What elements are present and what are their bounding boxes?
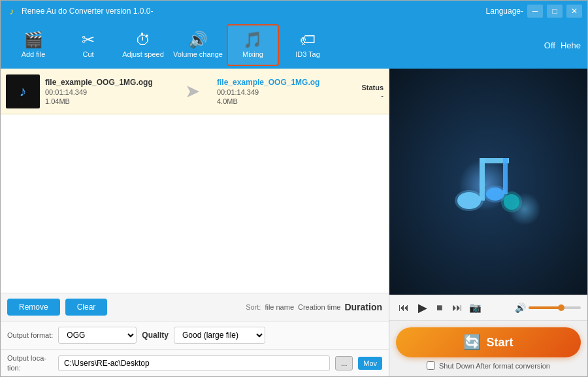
toolbar-adjust-speed[interactable]: ⏱ Adjust speed [117, 24, 169, 66]
move-button[interactable]: Mov [358, 357, 382, 370]
output-location-label: Output loca-tion: [7, 353, 53, 372]
source-file-info: file_example_OOG_1MG.ogg 00:01:14.349 1.… [45, 78, 167, 105]
toolbar-add-file[interactable]: 🎬 Add file [7, 24, 59, 66]
arrow-right-icon: ➤ [185, 80, 200, 102]
bottom-bar: Remove Clear Sort: file name Creation ti… [1, 293, 389, 321]
source-file-duration: 00:01:14.349 [45, 88, 167, 96]
output-file-name: file_example_OOG_1MG.og [217, 78, 339, 87]
user-label: Hehe [561, 41, 581, 50]
sort-duration[interactable]: Duration [344, 302, 382, 312]
music-visualization [449, 145, 528, 219]
toolbar-cut[interactable]: ✂ Cut [62, 24, 114, 66]
left-panel: ♪ file_example_OOG_1MG.ogg 00:01:14.349 … [1, 69, 389, 376]
start-label: Start [486, 336, 513, 350]
volume-thumb [558, 304, 564, 311]
quality-select[interactable]: Good (large file) Normal Low [174, 327, 265, 344]
adjust-speed-label: Adjust speed [122, 50, 164, 58]
skip-back-button[interactable]: ⏮ [396, 301, 412, 315]
cut-icon: ✂ [82, 32, 95, 48]
table-row: ♪ file_example_OOG_1MG.ogg 00:01:14.349 … [1, 69, 389, 114]
player-controls: ⏮ ▶ ■ ⏭ 📷 🔊 [389, 295, 587, 320]
status-label: Status [344, 84, 384, 91]
svg-point-9 [501, 191, 522, 212]
volume-icon: 🔊 [515, 303, 526, 313]
language-label: Language- [486, 7, 523, 16]
preview-area [389, 69, 587, 295]
sort-file-name[interactable]: file name [265, 303, 294, 311]
output-file-duration: 00:01:14.349 [217, 88, 339, 96]
svg-point-5 [455, 190, 483, 211]
skip-forward-button[interactable]: ⏭ [449, 301, 465, 315]
stop-button[interactable]: ■ [434, 301, 446, 315]
mixing-label: Mixing [242, 50, 263, 58]
id3-tag-icon: 🏷 [300, 32, 316, 48]
file-thumbnail: ♪ [6, 74, 40, 108]
format-row: Output format: OGG MP3 WAV FLAC Quality … [1, 321, 389, 349]
restore-button[interactable]: □ [547, 5, 563, 18]
conversion-arrow: ➤ [172, 80, 212, 102]
volume-control: 🔊 [515, 303, 581, 313]
browse-button[interactable]: ... [335, 356, 353, 370]
output-format-label: Output format: [7, 331, 53, 339]
source-file-name: file_example_OOG_1MG.ogg [45, 78, 167, 87]
start-icon: 🔄 [463, 334, 481, 351]
output-file-size: 4.0MB [217, 97, 339, 105]
adjust-speed-icon: ⏱ [135, 32, 151, 48]
add-file-label: Add file [22, 50, 46, 58]
toggle-off-label: Off [544, 41, 555, 50]
volume-change-icon: 🔊 [188, 32, 208, 48]
music-note-icon: ♪ [20, 83, 27, 100]
title-bar: ♪ Renee Au do Converter version 1.0.0- L… [1, 1, 587, 22]
quality-label: Quality [142, 331, 169, 340]
toolbar-mixing[interactable]: 🎵 Mixing [227, 24, 279, 66]
output-file-info: file_example_OOG_1MG.og 00:01:14.349 4.0… [217, 78, 339, 105]
id3-tag-label: ID3 Tag [295, 50, 320, 58]
file-list-area: ♪ file_example_OOG_1MG.ogg 00:01:14.349 … [1, 69, 389, 293]
sort-area: Sort: file name Creation time Duration [246, 302, 382, 312]
source-file-size: 1.04MB [45, 97, 167, 105]
status-value: - [344, 91, 384, 99]
status-column: Status - [344, 84, 384, 99]
volume-change-label: Volume change [173, 50, 223, 58]
main-content: ♪ file_example_OOG_1MG.ogg 00:01:14.349 … [1, 69, 587, 376]
sort-label: Sort: [246, 303, 261, 311]
title-bar-controls: Language- ─ □ ✕ [486, 5, 582, 18]
shutdown-label: Shut Down After format conversion [439, 362, 550, 370]
shutdown-option: Shut Down After format conversion [427, 361, 550, 370]
start-button[interactable]: 🔄 Start [396, 327, 581, 357]
app-title: Renee Au do Converter version 1.0.0- [22, 7, 486, 16]
toolbar-id3-tag[interactable]: 🏷 ID3 Tag [282, 24, 334, 66]
right-panel: ⏮ ▶ ■ ⏭ 📷 🔊 🔄 Start [389, 69, 587, 376]
volume-slider[interactable] [529, 306, 581, 309]
toolbar-right: Off Hehe [544, 41, 581, 50]
toolbar-volume-change[interactable]: 🔊 Volume change [172, 24, 224, 66]
minimize-button[interactable]: ─ [527, 5, 543, 18]
shutdown-checkbox[interactable] [427, 361, 435, 370]
start-area: 🔄 Start Shut Down After format conversio… [389, 320, 587, 376]
add-file-icon: 🎬 [24, 32, 43, 48]
close-button[interactable]: ✕ [566, 5, 582, 18]
play-button[interactable]: ▶ [416, 299, 430, 316]
camera-button[interactable]: 📷 [469, 302, 482, 314]
cut-label: Cut [82, 50, 93, 58]
app-window: ♪ Renee Au do Converter version 1.0.0- L… [0, 0, 588, 377]
clear-button[interactable]: Clear [65, 299, 108, 316]
output-format-select[interactable]: OGG MP3 WAV FLAC [58, 327, 137, 344]
mixing-icon: 🎵 [243, 32, 263, 48]
app-icon: ♪ [6, 5, 18, 17]
remove-button[interactable]: Remove [7, 299, 60, 316]
output-location-input[interactable] [58, 355, 330, 371]
toolbar: 🎬 Add file ✂ Cut ⏱ Adjust speed 🔊 Volume… [1, 22, 587, 69]
location-row: Output loca-tion: ... Mov [1, 349, 389, 376]
sort-creation-time[interactable]: Creation time [298, 303, 340, 311]
